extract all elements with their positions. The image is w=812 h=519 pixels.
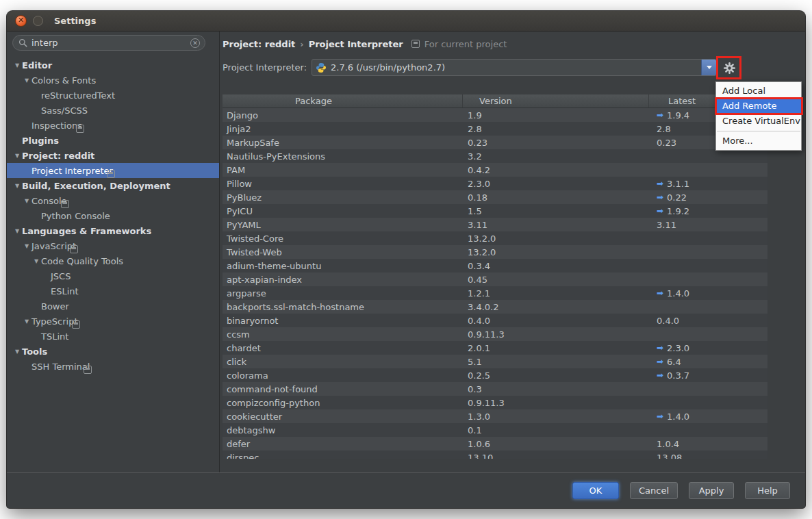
sidebar-item-colors-fonts[interactable]: ▼Colors & Fonts — [7, 73, 219, 88]
package-row[interactable]: ccsm0.9.11.3 — [223, 327, 767, 341]
menu-item-create-virtualenv[interactable]: Create VirtualEnv — [716, 114, 801, 129]
version-cell: 3.4.0.2 — [462, 302, 648, 312]
tree-item-label: Inspections — [31, 121, 82, 131]
settings-sidebar: ✕ ▼Editor▼Colors & FontsreStructuredText… — [7, 31, 220, 472]
menu-item-add-local[interactable]: Add Local — [716, 84, 801, 99]
version-cell: 13.2.0 — [462, 233, 648, 244]
sidebar-item-sass-scss[interactable]: Sass/SCSS — [7, 103, 219, 118]
upgrade-arrow-icon: ➡ — [657, 357, 663, 366]
upgrade-arrow-icon: ➡ — [657, 412, 663, 420]
sidebar-item-eslint[interactable]: ESLint — [7, 283, 219, 299]
version-cell: 5.1 — [462, 357, 648, 367]
package-row[interactable]: adium-theme-ubuntu0.3.4 — [223, 259, 767, 273]
package-row[interactable]: backports.ssl-match-hostname3.4.0.2 — [223, 300, 767, 314]
sidebar-item-python-console[interactable]: Python Console — [7, 208, 219, 223]
tree-expand-icon[interactable]: ▼ — [32, 258, 40, 264]
package-row[interactable]: dirspec13.1013.08 — [223, 451, 767, 459]
settings-tree: ▼Editor▼Colors & FontsreStructuredTextSa… — [7, 58, 219, 374]
package-cell: compizconfig-python — [223, 398, 462, 408]
tree-expand-icon[interactable]: ▼ — [23, 77, 31, 84]
breadcrumb-project[interactable]: Project: reddit — [223, 39, 295, 49]
package-row[interactable]: PyBluez0.18➡0.22 — [223, 190, 767, 204]
sidebar-item-project-interpreter[interactable]: Project Interpreter — [7, 163, 219, 178]
package-row[interactable]: Django1.9➡1.9.4 — [223, 108, 767, 122]
tree-expand-icon[interactable]: ▼ — [13, 228, 21, 234]
tree-expand-icon[interactable]: ▼ — [13, 62, 21, 68]
tree-expand-icon[interactable]: ▼ — [23, 243, 31, 249]
sidebar-item-build-execution-deployment[interactable]: ▼Build, Execution, Deployment — [7, 178, 219, 193]
sidebar-item-editor[interactable]: ▼Editor — [7, 58, 219, 73]
settings-window: ✕ Settings ✕ ▼Editor▼Colors & FontsreStr… — [7, 11, 805, 508]
version-cell: 0.3.4 — [462, 261, 648, 271]
package-cell: command-not-found — [223, 384, 462, 394]
tree-item-label: Bower — [41, 301, 69, 312]
table-body: Django1.9➡1.9.4Jinja22.82.8MarkupSafe0.2… — [223, 108, 767, 459]
tree-expand-icon[interactable]: ▼ — [23, 318, 31, 325]
package-row[interactable]: binaryornot0.4.00.4.0 — [223, 314, 767, 327]
package-row[interactable]: PAM0.4.2 — [223, 163, 767, 177]
package-row[interactable]: apt-xapian-index0.45 — [223, 273, 767, 286]
sidebar-item-languages-frameworks[interactable]: ▼Languages & Frameworks — [7, 223, 219, 238]
sidebar-item-project-reddit[interactable]: ▼Project: reddit — [7, 148, 219, 163]
tree-expand-icon[interactable]: ▼ — [13, 183, 21, 189]
package-row[interactable]: PyICU1.5➡1.9.2 — [223, 204, 767, 218]
package-row[interactable]: PyYAML3.113.11 — [223, 218, 767, 231]
package-row[interactable]: colorama0.2.5➡0.3.7 — [223, 368, 767, 382]
package-row[interactable]: command-not-found0.3 — [223, 382, 767, 396]
sidebar-item-console[interactable]: ▼Console — [7, 193, 219, 208]
package-row[interactable]: click5.1➡6.4 — [223, 355, 767, 368]
interpreter-combobox[interactable]: 2.7.6 (/usr/bin/python2.7) — [312, 59, 717, 76]
sidebar-item-plugins[interactable]: Plugins — [7, 133, 219, 148]
package-row[interactable]: compizconfig-python0.9.11.3 — [223, 396, 767, 409]
clear-search-icon[interactable]: ✕ — [190, 38, 200, 48]
window-close-button[interactable]: ✕ — [15, 15, 27, 27]
sidebar-item-jscs[interactable]: JSCS — [7, 268, 219, 283]
python-icon — [316, 62, 327, 73]
package-row[interactable]: Nautilus-PyExtensions3.2 — [223, 149, 767, 163]
tree-expand-icon[interactable]: ▼ — [13, 153, 21, 159]
settings-search-field[interactable]: ✕ — [12, 35, 205, 51]
combobox-dropdown-button[interactable] — [701, 60, 716, 75]
sidebar-item-bower[interactable]: Bower — [7, 299, 219, 314]
column-header-version[interactable]: Version — [462, 94, 648, 107]
package-row[interactable]: Twisted-Web13.2.0 — [223, 245, 767, 259]
package-row[interactable]: argparse1.2.1➡1.4.0 — [223, 286, 767, 300]
version-cell: 3.11 — [462, 220, 648, 230]
upgrade-arrow-icon: ➡ — [657, 289, 663, 297]
sidebar-item-restructuredtext[interactable]: reStructuredText — [7, 88, 219, 103]
tree-item-label: Python Console — [41, 211, 110, 221]
cancel-button[interactable]: Cancel — [630, 482, 678, 499]
sidebar-item-code-quality-tools[interactable]: ▼Code Quality Tools — [7, 253, 219, 268]
package-row[interactable]: chardet2.0.1➡2.3.0 — [223, 341, 767, 355]
tree-expand-icon[interactable]: ▼ — [13, 349, 21, 355]
window-minimize-button[interactable] — [33, 16, 43, 26]
package-cell: PyBluez — [223, 192, 462, 203]
sidebar-item-inspections[interactable]: Inspections — [7, 118, 219, 133]
sidebar-item-tslint[interactable]: TSLint — [7, 329, 219, 344]
version-cell: 0.2.5 — [462, 370, 648, 381]
sidebar-item-tools[interactable]: ▼Tools — [7, 344, 219, 359]
package-cell: PAM — [223, 165, 462, 175]
tree-expand-icon[interactable]: ▼ — [23, 198, 31, 204]
upgrade-arrow-icon: ➡ — [657, 111, 663, 119]
help-button[interactable]: Help — [745, 482, 790, 499]
package-row[interactable]: defer1.0.61.0.4 — [223, 437, 767, 451]
search-input[interactable] — [31, 38, 186, 48]
sidebar-item-typescript[interactable]: ▼TypeScript — [7, 314, 219, 329]
package-cell: Nautilus-PyExtensions — [223, 151, 462, 162]
menu-item-more[interactable]: More... — [716, 134, 801, 149]
menu-item-add-remote[interactable]: Add Remote — [716, 99, 801, 114]
package-row[interactable]: debtagshw0.1 — [223, 423, 767, 437]
package-row[interactable]: Twisted-Core13.2.0 — [223, 231, 767, 245]
package-row[interactable]: cookiecutter1.3.0➡1.4.0 — [223, 409, 767, 423]
package-row[interactable]: MarkupSafe0.230.23 — [223, 136, 767, 149]
sidebar-item-ssh-terminal[interactable]: SSH Terminal — [7, 359, 219, 374]
upgrade-arrow-icon: ➡ — [657, 371, 663, 379]
ok-button[interactable]: OK — [572, 482, 619, 499]
package-row[interactable]: Pillow2.3.0➡3.1.1 — [223, 177, 767, 190]
column-header-package[interactable]: Package — [223, 94, 462, 107]
apply-button[interactable]: Apply — [689, 482, 734, 499]
titlebar[interactable]: ✕ Settings — [7, 11, 805, 31]
sidebar-item-javascript[interactable]: ▼JavaScript — [7, 238, 219, 253]
package-row[interactable]: Jinja22.82.8 — [223, 122, 767, 136]
